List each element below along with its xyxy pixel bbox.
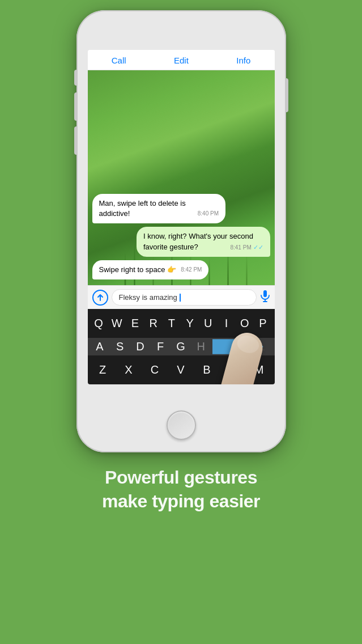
key-a[interactable]: A: [90, 340, 110, 353]
keyboard-row-2: A S D F G H J K L: [88, 338, 275, 355]
message-input[interactable]: Fleksy is amazing: [112, 289, 257, 306]
call-button[interactable]: Call: [112, 56, 126, 65]
info-button[interactable]: Info: [236, 56, 250, 65]
send-button[interactable]: [92, 290, 108, 306]
key-c[interactable]: C: [142, 363, 168, 376]
volume-up-button: [74, 92, 76, 121]
key-g[interactable]: G: [171, 340, 191, 353]
input-text: Fleksy is amazing: [119, 293, 180, 302]
key-y[interactable]: Y: [181, 317, 199, 330]
key-z[interactable]: Z: [90, 363, 116, 376]
tagline-line1: Powerful gestures: [102, 466, 260, 490]
tagline: Powerful gestures make typing easier: [102, 466, 260, 513]
phone-frame: Call Edit Info Man, swipe left to delete…: [76, 10, 286, 452]
key-s[interactable]: S: [110, 340, 130, 353]
key-p[interactable]: P: [254, 317, 272, 330]
message-bubble-3: Swipe right to space 👉 8:42 PM: [92, 260, 209, 279]
phone-screen: Call Edit Info Man, swipe left to delete…: [88, 50, 275, 384]
key-x[interactable]: X: [116, 363, 142, 376]
home-button[interactable]: [167, 410, 196, 440]
chat-area: Man, swipe left to delete is addictive! …: [88, 70, 275, 285]
key-v[interactable]: V: [168, 363, 194, 376]
message-time-2: 8:41 PM ✓✓: [230, 243, 263, 252]
key-b[interactable]: B: [194, 363, 220, 376]
read-ticks: ✓✓: [253, 244, 263, 251]
text-cursor: [180, 294, 181, 302]
message-text-1: Man, swipe left to delete is addictive!: [99, 199, 186, 218]
phone-body: Call Edit Info Man, swipe left to delete…: [76, 10, 286, 452]
svg-rect-0: [263, 290, 267, 297]
message-bubble-2: I know, right? What's your second favori…: [137, 227, 270, 256]
key-e[interactable]: E: [126, 317, 144, 330]
key-w[interactable]: W: [108, 317, 126, 330]
key-r[interactable]: R: [144, 317, 163, 330]
power-button: [286, 78, 288, 112]
message-time-1: 8:40 PM: [198, 210, 219, 218]
nav-bar: Call Edit Info: [88, 50, 275, 70]
mute-button: [74, 70, 76, 86]
key-d[interactable]: D: [130, 340, 151, 353]
key-u[interactable]: U: [199, 317, 218, 330]
tagline-line2: make typing easier: [102, 490, 260, 514]
edit-button[interactable]: Edit: [174, 56, 189, 65]
key-q[interactable]: Q: [90, 317, 108, 330]
message-bubble-1: Man, swipe left to delete is addictive! …: [92, 194, 226, 223]
key-f[interactable]: F: [151, 340, 171, 353]
key-t[interactable]: T: [163, 317, 181, 330]
key-o[interactable]: O: [236, 317, 254, 330]
messages-list: Man, swipe left to delete is addictive! …: [88, 70, 275, 285]
mic-button[interactable]: [260, 290, 270, 305]
input-bar: Fleksy is amazing: [88, 285, 275, 309]
message-time-3: 8:42 PM: [181, 266, 202, 274]
key-h[interactable]: H: [191, 340, 211, 353]
keyboard: Q W E R T Y U I O P A S D F G: [88, 309, 275, 384]
key-i[interactable]: I: [218, 317, 236, 330]
volume-down-button: [74, 126, 76, 155]
message-text-3: Swipe right to space 👉: [99, 265, 177, 274]
